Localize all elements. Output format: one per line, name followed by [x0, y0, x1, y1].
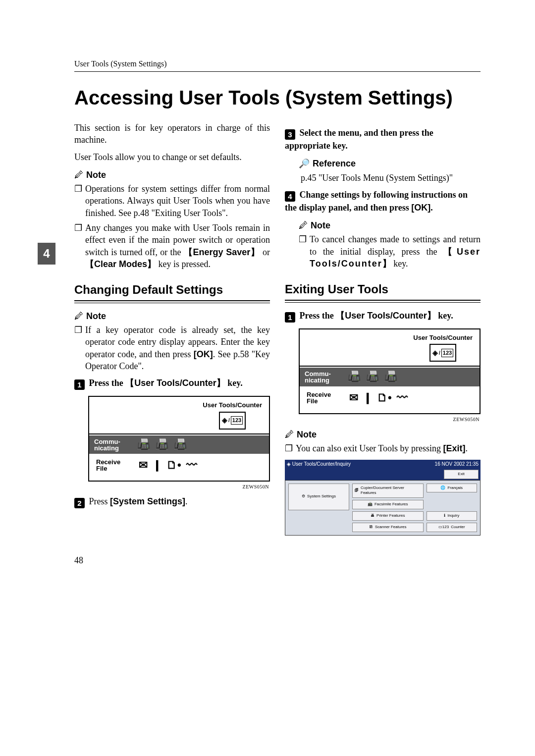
gear-icon: ⚙	[302, 494, 305, 499]
key-name: [OK]	[194, 349, 213, 359]
step-number-icon: 1	[74, 379, 85, 390]
document-icon: 🗋•	[166, 458, 181, 473]
fax-send-icon: 📠	[384, 370, 397, 384]
button-label: System Settings	[307, 494, 336, 499]
button-label: Français	[447, 486, 463, 491]
reference-heading: 🔎 Reference	[299, 158, 481, 169]
screen-datetime: 16 NOV 2002 21:35	[435, 461, 479, 468]
reference-text: p.45 "User Tools Menu (System Settings)"	[299, 172, 481, 184]
note-item: You can also exit User Tools by pressing…	[285, 442, 481, 454]
button-label: Scanner Features	[375, 525, 407, 530]
step: 3 Select the menu, and then press the ap…	[285, 127, 481, 152]
fax-send-icon: 📠	[366, 370, 379, 384]
bracket: 【	[85, 259, 94, 269]
text: .	[430, 203, 433, 213]
control-panel-figure: User Tools/Counter ◈/123 Commu- nicating…	[299, 328, 481, 414]
text: Select the menu, and then press the appr…	[285, 128, 433, 151]
printer-features-button[interactable]: 🖶 Printer Features	[352, 511, 424, 521]
text: Press the	[89, 378, 126, 388]
attachment-icon: ❙	[363, 390, 372, 405]
note-item: If a key operator code is already set, t…	[74, 324, 270, 372]
note-item: Any changes you make with User Tools rem…	[74, 222, 270, 270]
figure-row-label: Receive File	[307, 391, 342, 404]
key-name: Energy Saver	[193, 247, 250, 257]
user-tools-button-icon: ◈/123	[429, 344, 456, 362]
globe-icon: 🌐	[440, 486, 445, 491]
pencil-icon: 🖉	[285, 429, 294, 440]
note-label: Note	[86, 310, 106, 322]
right-column: 3 Select the menu, and then press the ap…	[285, 122, 481, 536]
note-item: Operations for system settings differ fr…	[74, 183, 270, 219]
fax-send-icon: 📠	[173, 437, 187, 452]
note-item: To cancel changes made to settings and r…	[299, 233, 481, 270]
text: key.	[391, 259, 408, 269]
note-label: Note	[297, 429, 317, 440]
figure-row-label: Receive File	[96, 459, 132, 472]
button-label: Printer Features	[376, 513, 405, 519]
bracket: 【	[336, 311, 345, 321]
step: 1 Press the 【User Tools/Counter】 key.	[74, 377, 270, 390]
activity-icon: 〰	[397, 390, 408, 405]
step: 4 Change settings by following instructi…	[285, 189, 481, 214]
text: or	[260, 247, 270, 257]
inquiry-button[interactable]: ℹ Inquiry	[427, 511, 478, 521]
page-title: Accessing User Tools (System Settings)	[74, 87, 481, 109]
key-name: [System Settings]	[110, 496, 185, 506]
counter-icon: ▭123	[438, 525, 449, 530]
pencil-icon: 🖉	[74, 169, 83, 181]
scanner-icon: 🖹	[369, 525, 373, 530]
section-heading: Exiting User Tools	[285, 281, 481, 297]
text: key.	[436, 311, 453, 321]
pencil-icon: 🖉	[299, 219, 308, 231]
key-name: [Exit]	[443, 443, 466, 453]
note-heading: 🖉 Note	[74, 169, 270, 181]
attachment-icon: ❙	[153, 458, 161, 473]
figure-caption: ZEWS050N	[88, 484, 269, 490]
step-number-icon: 2	[74, 498, 85, 508]
magnifier-icon: 🔎	[299, 158, 310, 169]
bracket: 【	[184, 247, 193, 257]
screen-title: ◈ User Tools/Counter/Inquiry	[287, 461, 351, 468]
key-name: User Tools/Counter	[134, 378, 216, 388]
copier-icon: 🗐	[355, 488, 359, 493]
text: key is pressed.	[156, 259, 211, 269]
fax-icon: 📠	[368, 502, 373, 507]
text: Press	[89, 496, 110, 506]
user-tools-button-icon: ◈/123	[219, 412, 246, 430]
step: 1 Press the 【User Tools/Counter】 key.	[285, 310, 481, 323]
fax-features-button[interactable]: 📠 Facsimile Features	[352, 500, 424, 509]
figure-row-label: Commu- nicating	[94, 438, 130, 451]
pencil-icon: 🖉	[74, 310, 83, 322]
note-heading: 🖉 Note	[74, 310, 270, 322]
running-head: User Tools (System Settings)	[74, 59, 481, 68]
figure-label: User Tools/Counter	[203, 401, 262, 410]
key-name: User Tools/Counter	[345, 311, 427, 321]
exit-button[interactable]: Exit	[444, 470, 479, 479]
step-number-icon: 4	[285, 191, 295, 202]
left-column: This section is for key operators in cha…	[74, 122, 270, 536]
printer-icon: 🖶	[371, 513, 374, 519]
page-number: 48	[74, 555, 481, 566]
key-name: Clear Modes	[94, 259, 147, 269]
scanner-features-button[interactable]: 🖹 Scanner Features	[352, 523, 424, 532]
text: .	[185, 496, 188, 506]
rule	[74, 71, 481, 72]
figure-label: User Tools/Counter	[413, 333, 473, 342]
button-label: Counter	[451, 525, 465, 530]
text: You can also exit User Tools by pressing	[296, 443, 443, 453]
text: Change settings by following instruction…	[285, 190, 468, 213]
text: .	[466, 443, 468, 453]
fax-send-icon: 📠	[137, 437, 150, 452]
intro-text: This section is for key operators in cha…	[74, 122, 270, 146]
copier-features-button[interactable]: 🗐 Copier/Document Server Features	[352, 484, 424, 498]
button-label: Inquiry	[447, 513, 459, 519]
figure-row-label: Commu- nicating	[305, 371, 340, 383]
language-button[interactable]: 🌐 Français	[427, 484, 478, 493]
text: Press the	[300, 311, 336, 321]
counter-button[interactable]: ▭123 Counter	[427, 523, 478, 532]
system-settings-button[interactable]: ⚙ System Settings	[288, 484, 349, 510]
fax-send-icon: 📠	[155, 437, 168, 452]
touchscreen-figure: ◈ User Tools/Counter/Inquiry 16 NOV 2002…	[285, 460, 481, 536]
activity-icon: 〰	[186, 458, 197, 473]
text: key.	[225, 378, 243, 388]
